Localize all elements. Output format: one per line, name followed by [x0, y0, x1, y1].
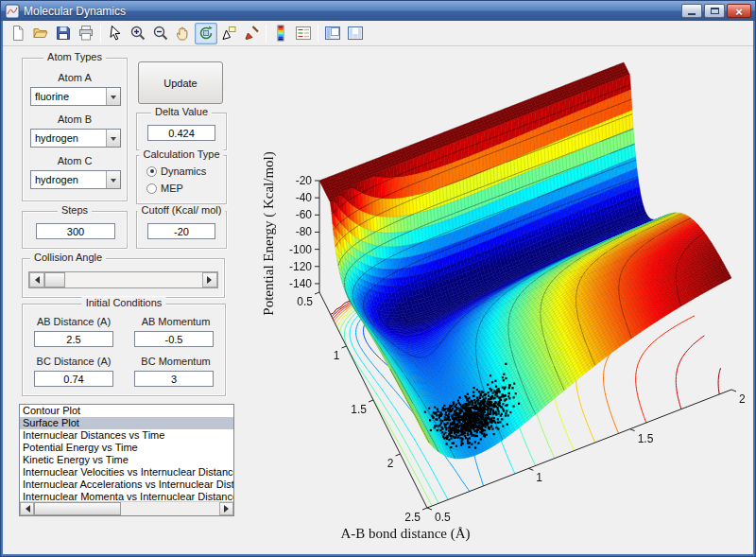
- toolbar-data-cursor[interactable]: [217, 23, 240, 44]
- scroll-thumb[interactable]: [34, 502, 121, 515]
- bc-distance-input[interactable]: [34, 371, 113, 387]
- toolbar-rotate-3d[interactable]: [195, 23, 217, 44]
- ab-momentum-label: AB Momentum: [127, 316, 225, 327]
- atom-b-value: hydrogen: [31, 130, 106, 147]
- atom-a-value: fluorine: [31, 88, 106, 105]
- list-item[interactable]: Potential Energy vs Time: [20, 442, 233, 454]
- toolbar-print-figure[interactable]: [75, 23, 97, 44]
- minimize-icon: [688, 13, 696, 15]
- scroll-track[interactable]: [34, 502, 219, 515]
- collision-angle-panel: Collision Angle: [22, 258, 225, 298]
- hide-plot-tools-icon: [324, 25, 341, 42]
- toolbar: [3, 21, 753, 46]
- radio-dynamics[interactable]: [146, 166, 157, 177]
- cutoff-title: Cutoff (Kcal/ mol): [138, 204, 226, 216]
- atom-a-select[interactable]: fluorine: [30, 87, 121, 106]
- toolbar-zoom-in[interactable]: [127, 23, 149, 44]
- zoom-out-icon: [152, 25, 169, 42]
- cutoff-input[interactable]: [147, 223, 215, 239]
- scroll-right-arrow[interactable]: [219, 502, 233, 515]
- titlebar: Molecular Dynamics: [1, 1, 755, 21]
- atom-types-panel: Atom Types Atom A fluorine Atom B hydrog…: [22, 58, 128, 201]
- atom-types-title: Atom Types: [43, 51, 106, 62]
- new-document-icon: [9, 25, 26, 42]
- slider-track[interactable]: [44, 272, 202, 287]
- scroll-left-arrow[interactable]: [20, 502, 34, 515]
- toolbar-separator: [100, 25, 101, 43]
- mep-label: MEP: [161, 183, 183, 194]
- rotate-3d-icon: [198, 25, 215, 42]
- list-item[interactable]: Internuclear Accelerations vs Internucle…: [20, 479, 233, 491]
- maximize-button[interactable]: [704, 4, 725, 18]
- window-title: Molecular Dynamics: [24, 5, 681, 18]
- toolbar-zoom-out[interactable]: [149, 23, 172, 44]
- slider-right-arrow[interactable]: [202, 272, 217, 287]
- toolbar-insert-colorbar[interactable]: [269, 23, 292, 44]
- steps-title: Steps: [58, 204, 92, 216]
- data-cursor-icon: [220, 25, 237, 42]
- radio-mep[interactable]: [146, 183, 157, 194]
- open-folder-icon: [32, 25, 49, 42]
- collision-angle-slider[interactable]: [28, 271, 218, 288]
- list-item[interactable]: Contour Plot: [20, 405, 233, 417]
- atom-b-select[interactable]: hydrogen: [30, 129, 121, 148]
- chevron-down-icon: [106, 88, 120, 105]
- close-icon: [735, 3, 743, 20]
- toolbar-pan[interactable]: [172, 23, 195, 44]
- chevron-down-icon: [106, 130, 120, 147]
- listbox-horizontal-scrollbar[interactable]: [20, 501, 233, 515]
- toolbar-show-plot-tools[interactable]: [344, 23, 367, 44]
- delta-value-input[interactable]: [147, 125, 215, 141]
- slider-thumb[interactable]: [44, 272, 65, 287]
- app-icon: [5, 4, 20, 19]
- pointer-arrow-icon: [107, 25, 124, 42]
- list-item-selected[interactable]: Surface Plot: [20, 417, 233, 429]
- bc-distance-label: BC Distance (A): [25, 356, 123, 367]
- steps-input[interactable]: [36, 223, 115, 239]
- atom-b-label: Atom B: [23, 113, 127, 125]
- list-item[interactable]: Internuclear Velocities vs Internuclear …: [20, 466, 233, 479]
- list-item[interactable]: Internuclear Distances vs Time: [20, 429, 233, 442]
- maximize-icon: [711, 8, 719, 14]
- update-button[interactable]: Update: [138, 61, 223, 104]
- initial-conditions-panel: Initial Conditions AB Distance (A) AB Mo…: [22, 304, 226, 396]
- legend-icon: [295, 25, 312, 42]
- delta-value-title: Delta Value: [151, 106, 212, 117]
- atom-c-label: Atom C: [23, 155, 127, 166]
- initial-conditions-title: Initial Conditions: [82, 297, 166, 308]
- toolbar-insert-legend[interactable]: [292, 23, 315, 44]
- brush-icon: [243, 25, 260, 42]
- toolbar-save-figure[interactable]: [52, 23, 75, 44]
- figure-content: Atom Types Atom A fluorine Atom B hydrog…: [3, 46, 753, 554]
- toolbar-open-file[interactable]: [29, 23, 52, 44]
- hand-icon: [175, 25, 192, 42]
- ab-momentum-input[interactable]: [134, 331, 214, 347]
- list-item[interactable]: Kinetic Energy vs Time: [20, 454, 233, 466]
- cutoff-panel: Cutoff (Kcal/ mol): [136, 211, 227, 249]
- ab-distance-label: AB Distance (A): [25, 316, 123, 327]
- atom-a-label: Atom A: [23, 72, 127, 83]
- delta-value-panel: Delta Value: [136, 113, 227, 150]
- ab-distance-input[interactable]: [34, 331, 113, 347]
- close-button[interactable]: [727, 4, 751, 18]
- show-plot-tools-icon: [347, 25, 364, 42]
- calculation-type-panel: Calculation Type Dynamics MEP: [136, 155, 227, 204]
- collision-angle-title: Collision Angle: [30, 252, 106, 263]
- toolbar-brush[interactable]: [240, 23, 263, 44]
- surface-plot-canvas[interactable]: [247, 46, 750, 554]
- chevron-down-icon: [106, 171, 120, 188]
- steps-panel: Steps: [22, 211, 128, 249]
- dynamics-label: Dynamics: [161, 165, 206, 177]
- window-controls: [681, 4, 751, 18]
- toolbar-new-figure[interactable]: [7, 23, 29, 44]
- zoom-in-icon: [129, 25, 146, 42]
- toolbar-pointer[interactable]: [104, 23, 127, 44]
- plot-type-listbox: Contour Plot Surface Plot Internuclear D…: [19, 404, 234, 516]
- calculation-type-title: Calculation Type: [139, 148, 223, 160]
- atom-c-select[interactable]: hydrogen: [30, 170, 121, 189]
- minimize-button[interactable]: [681, 4, 702, 18]
- toolbar-hide-plot-tools[interactable]: [321, 23, 344, 44]
- app-window: Molecular Dynamics Atom Types Atom A: [0, 0, 756, 557]
- slider-left-arrow[interactable]: [29, 272, 44, 287]
- bc-momentum-input[interactable]: [134, 371, 214, 387]
